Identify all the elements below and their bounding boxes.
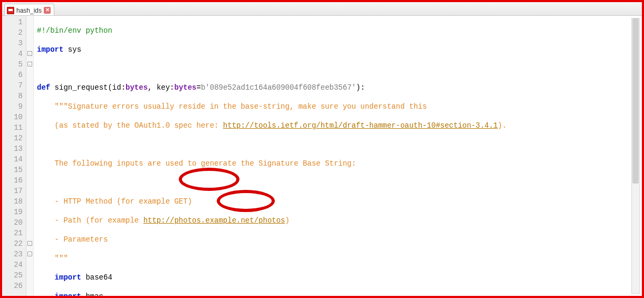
mod-sys: sys xyxy=(63,45,81,54)
line-number: 20 xyxy=(2,217,23,228)
line-number: 17 xyxy=(2,186,23,196)
vertical-scrollbar[interactable] xyxy=(631,18,640,294)
kw-import: import xyxy=(37,45,63,54)
fold-toggle[interactable]: - xyxy=(27,62,32,66)
docstring: """Signature errors usually reside in th… xyxy=(37,102,427,111)
line-number-gutter: 1234567891011121314151617181920212223242… xyxy=(2,16,26,296)
line-number: 15 xyxy=(2,165,23,175)
tab-bar: hash_ids ✕ xyxy=(2,2,642,16)
line-number: 4 xyxy=(2,49,23,59)
line-number: 26 xyxy=(2,281,23,291)
fold-toggle[interactable]: - xyxy=(27,51,32,56)
line-number: 3 xyxy=(2,38,23,49)
line-number: 23 xyxy=(2,249,23,259)
example-path-link[interactable]: http://photos.example.net/photos xyxy=(143,216,285,225)
close-icon[interactable]: ✕ xyxy=(44,7,51,14)
line-number: 6 xyxy=(2,70,23,80)
line-number: 13 xyxy=(2,143,23,154)
fold-gutter: ---- xyxy=(26,16,34,296)
file-tab-hash-ids[interactable]: hash_ids ✕ xyxy=(4,4,54,15)
scroll-thumb[interactable] xyxy=(632,18,639,184)
line-number: 25 xyxy=(2,270,23,281)
line-number: 18 xyxy=(2,196,23,207)
line-number: 7 xyxy=(2,80,23,91)
file-icon xyxy=(7,7,14,14)
line-number: 1 xyxy=(2,17,23,27)
code-area[interactable]: #!/bin/env python import sys def sign_re… xyxy=(34,16,642,296)
line-number: 19 xyxy=(2,207,23,217)
line-number: 12 xyxy=(2,133,23,143)
kw-def: def xyxy=(37,83,50,92)
line-number: 21 xyxy=(2,228,23,238)
line-number: 14 xyxy=(2,154,23,165)
fold-toggle[interactable]: - xyxy=(27,241,32,246)
fn-name: sign_request xyxy=(50,83,108,92)
line-number: 2 xyxy=(2,27,23,38)
line-number: 22 xyxy=(2,238,23,249)
line-number: 24 xyxy=(2,259,23,270)
line-number: 10 xyxy=(2,112,23,122)
shebang: #!/bin/env python xyxy=(37,26,112,35)
oauth-spec-link[interactable]: http://tools.ietf.org/html/draft-hammer-… xyxy=(223,121,498,130)
line-number: 8 xyxy=(2,91,23,101)
line-number: 9 xyxy=(2,101,23,112)
fold-toggle[interactable]: - xyxy=(27,252,32,256)
line-number: 16 xyxy=(2,175,23,186)
line-number: 5 xyxy=(2,59,23,70)
code-editor[interactable]: 1234567891011121314151617181920212223242… xyxy=(2,16,642,296)
line-number: 11 xyxy=(2,122,23,133)
tab-filename: hash_ids xyxy=(16,7,42,14)
editor-window: hash_ids ✕ 12345678910111213141516171819… xyxy=(0,0,644,298)
